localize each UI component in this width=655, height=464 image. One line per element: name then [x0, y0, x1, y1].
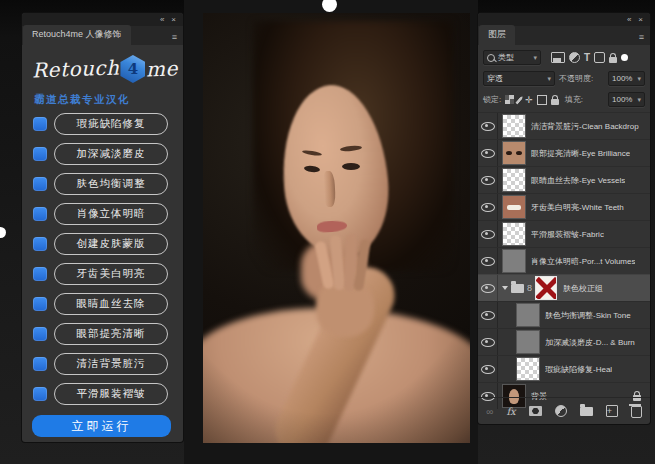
logo: Retouch 4 me: [32, 55, 178, 83]
filter-pixel-layers-icon[interactable]: [551, 52, 565, 63]
panel-menu-icon[interactable]: ≡: [639, 32, 644, 45]
tab-retouch4me[interactable]: Retouch4me 人像修饰: [23, 25, 131, 45]
layer-name: 平滑服装褶皱-Fabric: [531, 229, 604, 240]
tool-button-skin-mask[interactable]: 创建皮肤蒙版: [54, 233, 168, 255]
visibility-toggle[interactable]: [478, 248, 498, 274]
blend-mode-select[interactable]: 穿透 ▾: [483, 71, 555, 86]
layer-thumbnail[interactable]: [503, 223, 525, 245]
layer-row-portrait-volumes[interactable]: 肖像立体明暗-Por...t Volumes: [478, 247, 650, 274]
tool-button-clean-backdrop[interactable]: 清洁背景脏污: [54, 353, 168, 375]
add-mask-icon[interactable]: [529, 406, 542, 416]
visibility-toggle[interactable]: [478, 194, 498, 220]
lock-transparency-icon[interactable]: [505, 95, 514, 104]
layer-row-eye-brilliance[interactable]: 眼部提亮清晰-Eye Brilliance: [478, 139, 650, 166]
layer-thumbnail[interactable]: [503, 250, 525, 272]
layer-row-clean-backdrop[interactable]: 清洁背景脏污-Clean Backdrop: [478, 112, 650, 139]
portrait-photo[interactable]: [203, 13, 470, 443]
tool-checkbox-portrait-volumes[interactable]: [33, 207, 47, 221]
layer-thumbnail[interactable]: [517, 304, 539, 326]
collapse-panel-icon[interactable]: «: [160, 16, 164, 24]
opacity-select[interactable]: 100% ▾: [608, 71, 645, 86]
layer-row-skin-tone[interactable]: 肤色均衡调整-Skin Tone: [478, 301, 650, 328]
eye-icon: [481, 311, 495, 320]
adjustment-layer-icon[interactable]: [555, 405, 567, 417]
tool-button-eye-brilliance[interactable]: 眼部提亮清晰: [54, 323, 168, 345]
link-layers-icon[interactable]: ∞: [486, 406, 493, 417]
layer-row-heal[interactable]: 瑕疵缺陷修复-Heal: [478, 355, 650, 382]
visibility-toggle[interactable]: [478, 113, 498, 139]
fill-label: 填充:: [565, 94, 583, 105]
visibility-toggle[interactable]: [478, 167, 498, 193]
tool-button-heal[interactable]: 瑕疵缺陷修复: [54, 113, 168, 135]
run-now-button[interactable]: 立即运行: [32, 415, 171, 437]
lock-position-icon[interactable]: ✛: [525, 95, 533, 105]
filter-type-layers-icon[interactable]: T: [584, 52, 590, 63]
close-panel-icon[interactable]: ×: [171, 16, 176, 24]
logo-cube-icon: 4: [120, 55, 145, 83]
tool-button-white-teeth[interactable]: 牙齿美白明亮: [54, 263, 168, 285]
visibility-toggle[interactable]: [478, 221, 498, 247]
panel-menu-icon[interactable]: ≡: [172, 32, 177, 45]
group-expand-icon[interactable]: [502, 286, 508, 290]
tool-checkbox-heal[interactable]: [33, 117, 47, 131]
tool-button-fabric[interactable]: 平滑服装褶皱: [54, 383, 168, 405]
layer-name: 肤色校正组: [563, 283, 603, 294]
layer-name: 瑕疵缺陷修复-Heal: [545, 364, 612, 375]
tab-layers[interactable]: 图层: [479, 25, 515, 45]
tool-checkbox-dodge-burn[interactable]: [33, 147, 47, 161]
layer-row-fabric[interactable]: 平滑服装褶皱-Fabric: [478, 220, 650, 247]
lock-all-icon[interactable]: [551, 95, 559, 105]
visibility-toggle[interactable]: [478, 140, 498, 166]
layer-thumbnail[interactable]: [503, 196, 525, 218]
new-group-icon[interactable]: [580, 407, 593, 416]
collapse-panel-icon[interactable]: «: [627, 16, 631, 24]
lock-artboard-icon[interactable]: [537, 95, 547, 105]
layer-thumbnail[interactable]: [517, 331, 539, 353]
visibility-toggle[interactable]: [478, 302, 498, 328]
blend-mode-row: 穿透 ▾ 不透明度: 100% ▾: [478, 68, 650, 89]
filter-type-label: 类型: [498, 52, 514, 63]
eye-icon: [481, 203, 495, 212]
tool-checkbox-clean-backdrop[interactable]: [33, 357, 47, 371]
eye-icon: [481, 149, 495, 158]
layer-group-skin-correction[interactable]: 8 肤色校正组: [478, 274, 650, 301]
tool-row: 创建皮肤蒙版: [22, 233, 183, 255]
layer-thumbnail[interactable]: [517, 358, 539, 380]
tool-checkbox-skin-mask[interactable]: [33, 237, 47, 251]
filter-type-select[interactable]: 类型 ▾: [483, 50, 541, 65]
lock-label: 锁定:: [483, 94, 501, 105]
new-layer-icon[interactable]: +: [606, 405, 618, 417]
tool-checkbox-skin-tone[interactable]: [33, 177, 47, 191]
visibility-toggle[interactable]: [478, 329, 498, 355]
tool-checkbox-white-teeth[interactable]: [33, 267, 47, 281]
tool-button-eye-vessels[interactable]: 眼睛血丝去除: [54, 293, 168, 315]
layer-style-icon[interactable]: fx: [506, 406, 515, 417]
cursor-dot-left: [0, 227, 6, 238]
filter-toggle-icon[interactable]: [621, 54, 628, 61]
tool-checkbox-eye-vessels[interactable]: [33, 297, 47, 311]
layer-thumbnail[interactable]: [503, 115, 525, 137]
tool-checkbox-fabric[interactable]: [33, 387, 47, 401]
layer-row-eye-vessels[interactable]: 眼睛血丝去除-Eye Vessels: [478, 166, 650, 193]
delete-layer-icon[interactable]: [631, 404, 642, 418]
filter-shape-layers-icon[interactable]: [594, 52, 605, 63]
tool-checkbox-eye-brilliance[interactable]: [33, 327, 47, 341]
lock-pixels-icon[interactable]: [518, 95, 521, 105]
close-panel-icon[interactable]: ×: [638, 16, 643, 24]
group-mask-thumbnail[interactable]: [535, 276, 557, 300]
blend-mode-value: 穿透: [487, 73, 503, 84]
tool-button-portrait-volumes[interactable]: 肖像立体明暗: [54, 203, 168, 225]
layer-row-dodge-burn[interactable]: 加深减淡磨皮-D... & Burn: [478, 328, 650, 355]
visibility-toggle[interactable]: [478, 275, 498, 301]
fill-select[interactable]: 100% ▾: [608, 92, 645, 107]
layer-name: 肖像立体明暗-Por...t Volumes: [531, 256, 635, 267]
visibility-toggle[interactable]: [478, 356, 498, 382]
filter-smart-objects-icon[interactable]: [609, 53, 617, 63]
layer-row-white-teeth[interactable]: 牙齿美白明亮-White Teeth: [478, 193, 650, 220]
layer-thumbnail[interactable]: [503, 142, 525, 164]
filter-adjustment-layers-icon[interactable]: [569, 52, 580, 63]
tool-button-skin-tone[interactable]: 肤色均衡调整: [54, 173, 168, 195]
tool-button-dodge-burn[interactable]: 加深减淡磨皮: [54, 143, 168, 165]
vignette: [203, 13, 470, 443]
layer-thumbnail[interactable]: [503, 169, 525, 191]
